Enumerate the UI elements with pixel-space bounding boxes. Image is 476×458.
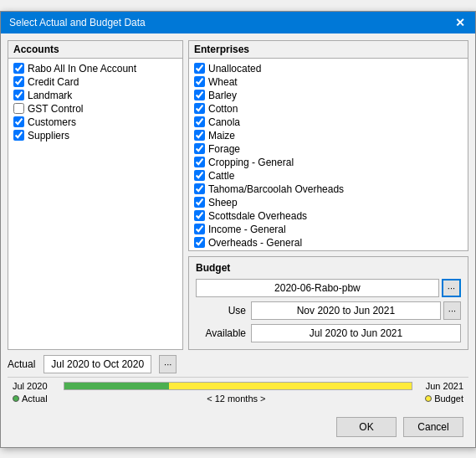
enterprises-list: UnallocatedWheatBarleyCottonCanolaMaizeF…: [189, 59, 468, 250]
enterprise-label: Forage: [208, 143, 240, 155]
budget-available-row: Available Jul 2020 to Jun 2021: [196, 324, 461, 342]
enterprise-label: Cotton: [208, 103, 238, 115]
account-label: Rabo All In One Account: [28, 63, 136, 75]
timeline-right-label: Jun 2021: [417, 381, 463, 391]
enterprise-item[interactable]: Cotton: [192, 102, 464, 116]
enterprise-label: Sheep: [208, 197, 238, 208]
panels: Accounts Rabo All In One AccountCredit C…: [8, 40, 468, 350]
enterprise-item[interactable]: Canola: [192, 116, 464, 129]
timeline-dots-row: Actual < 12 months > Budget: [13, 394, 463, 404]
enterprise-item[interactable]: Income - General: [192, 223, 464, 236]
dialog-title: Select Actual and Budget Data: [9, 17, 146, 28]
enterprise-item[interactable]: Maize: [192, 129, 464, 142]
accounts-panel: Accounts Rabo All In One AccountCredit C…: [8, 40, 183, 350]
enterprise-item[interactable]: Personal: [192, 250, 464, 250]
timeline-section: Jul 2020 Jun 2021 Actual < 12 months > B…: [8, 377, 468, 407]
enterprise-checkbox[interactable]: [194, 116, 205, 127]
enterprise-checkbox[interactable]: [194, 90, 205, 100]
actual-section: Actual Jul 2020 to Oct 2020 ···: [8, 355, 468, 373]
account-checkbox[interactable]: [13, 130, 24, 141]
enterprises-panel: Enterprises UnallocatedWheatBarleyCotton…: [188, 40, 468, 251]
account-label: GST Control: [28, 103, 83, 115]
title-bar: Select Actual and Budget Data ✕: [1, 12, 475, 33]
account-item[interactable]: Customers: [12, 116, 179, 129]
enterprise-item[interactable]: Cropping - General: [192, 156, 464, 169]
budget-available-value: Jul 2020 to Jun 2021: [251, 324, 461, 342]
account-item[interactable]: Rabo All In One Account: [12, 62, 179, 75]
timeline-bar-green: [64, 383, 169, 389]
budget-use-ellipsis-button[interactable]: ···: [443, 301, 461, 320]
enterprise-checkbox[interactable]: [194, 183, 205, 194]
buttons-row: OK Cancel: [8, 414, 468, 440]
actual-ellipsis-button[interactable]: ···: [159, 355, 177, 373]
enterprise-item[interactable]: Tahoma/Barcoolah Overheads: [192, 183, 464, 196]
budget-file-value: 2020-06-Rabo-pbw: [196, 279, 439, 297]
accounts-header: Accounts: [8, 41, 182, 59]
budget-use-value: Nov 2020 to Jun 2021: [251, 301, 441, 320]
months-nav-label: < 12 months >: [53, 394, 421, 404]
account-item[interactable]: GST Control: [12, 102, 179, 116]
enterprise-item[interactable]: Cattle: [192, 169, 464, 183]
budget-dot-label: Budget: [434, 394, 463, 404]
enterprise-item[interactable]: Sheep: [192, 196, 464, 209]
timeline-bar-yellow: [169, 383, 412, 389]
enterprise-label: Tahoma/Barcoolah Overheads: [208, 183, 344, 195]
enterprise-label: Canola: [208, 116, 240, 128]
dialog-body: Accounts Rabo All In One AccountCredit C…: [1, 33, 475, 447]
accounts-list: Rabo All In One AccountCredit CardLandma…: [8, 59, 182, 349]
timeline-bar-row: Jul 2020 Jun 2021: [13, 381, 463, 391]
account-item[interactable]: Landmark: [12, 89, 179, 102]
enterprise-checkbox[interactable]: [194, 197, 205, 208]
enterprise-label: Barley: [208, 90, 237, 101]
enterprise-item[interactable]: Scottsdale Overheads: [192, 209, 464, 223]
ok-button[interactable]: OK: [336, 417, 397, 437]
dot-actual: Actual: [13, 394, 48, 404]
right-panel: Enterprises UnallocatedWheatBarleyCotton…: [188, 40, 468, 350]
budget-file-row: 2020-06-Rabo-pbw ···: [196, 279, 461, 297]
enterprise-checkbox[interactable]: [194, 157, 205, 167]
timeline-left-label: Jul 2020: [13, 381, 59, 391]
budget-dot-icon: [425, 395, 432, 402]
close-button[interactable]: ✕: [453, 17, 467, 28]
enterprise-label: Cattle: [208, 170, 234, 182]
enterprise-label: Overheads - General: [208, 237, 302, 249]
enterprise-label: Wheat: [208, 76, 238, 88]
enterprise-label: Maize: [208, 130, 235, 142]
actual-label: Actual: [8, 358, 35, 370]
enterprise-checkbox[interactable]: [194, 170, 205, 181]
enterprise-label: Unallocated: [208, 63, 261, 75]
actual-value: Jul 2020 to Oct 2020: [44, 355, 151, 373]
budget-header: Budget: [196, 262, 461, 274]
enterprise-item[interactable]: Forage: [192, 142, 464, 156]
account-item[interactable]: Suppliers: [12, 129, 179, 142]
enterprise-item[interactable]: Unallocated: [192, 62, 464, 75]
available-label: Available: [196, 327, 246, 339]
account-checkbox[interactable]: [13, 103, 24, 114]
enterprise-checkbox[interactable]: [194, 143, 205, 154]
account-label: Customers: [28, 116, 76, 128]
account-label: Landmark: [28, 90, 72, 101]
account-checkbox[interactable]: [13, 63, 24, 74]
enterprise-label: Cropping - General: [208, 157, 294, 168]
enterprise-checkbox[interactable]: [194, 130, 205, 141]
enterprise-item[interactable]: Overheads - General: [192, 236, 464, 250]
budget-file-ellipsis-button[interactable]: ···: [442, 279, 461, 297]
enterprise-checkbox[interactable]: [194, 76, 205, 87]
enterprise-checkbox[interactable]: [194, 103, 205, 114]
budget-use-row: Use Nov 2020 to Jun 2021 ···: [196, 301, 461, 320]
account-label: Credit Card: [28, 76, 79, 88]
enterprise-checkbox[interactable]: [194, 63, 205, 74]
actual-dot-icon: [13, 395, 19, 402]
enterprise-item[interactable]: Wheat: [192, 75, 464, 89]
actual-dot-label: Actual: [22, 394, 48, 404]
enterprise-checkbox[interactable]: [194, 210, 205, 221]
enterprises-header: Enterprises: [189, 41, 468, 59]
enterprise-checkbox[interactable]: [194, 224, 205, 234]
account-checkbox[interactable]: [13, 90, 24, 100]
account-checkbox[interactable]: [13, 116, 24, 127]
enterprise-checkbox[interactable]: [194, 237, 205, 248]
enterprise-item[interactable]: Barley: [192, 89, 464, 102]
account-checkbox[interactable]: [13, 76, 24, 87]
cancel-button[interactable]: Cancel: [403, 417, 463, 437]
account-item[interactable]: Credit Card: [12, 75, 179, 89]
